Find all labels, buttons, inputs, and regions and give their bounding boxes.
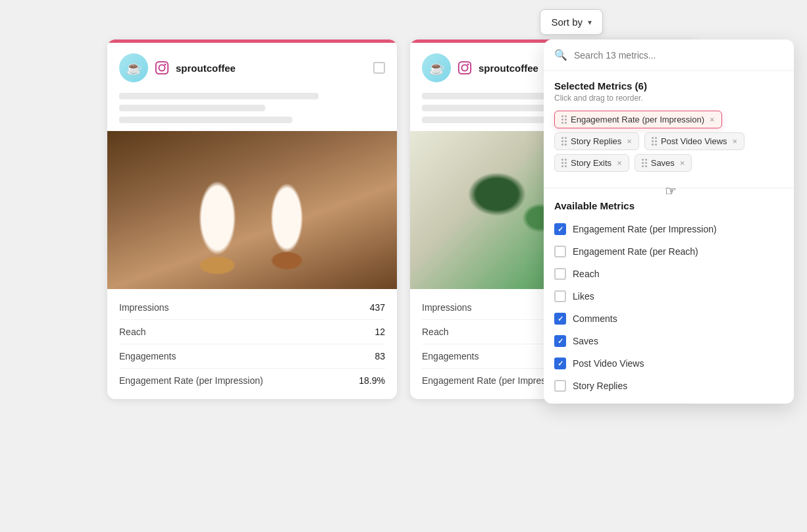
coffee-image: [107, 131, 397, 289]
metric-item-eng-reach[interactable]: Engagement Rate (per Reach): [554, 240, 783, 263]
metric-checkbox[interactable]: [554, 313, 566, 325]
metric-label: Impressions: [119, 302, 169, 313]
metric-label: Engagement Rate (per Impression): [119, 375, 263, 386]
text-line: [119, 105, 265, 111]
metric-checkbox[interactable]: [554, 268, 566, 280]
sort-by-button[interactable]: Sort by ▾: [540, 9, 603, 35]
selected-tag-saves[interactable]: Saves ×: [635, 154, 692, 172]
metric-item-story-replies[interactable]: Story Replies: [554, 375, 783, 397]
metric-item-saves[interactable]: Saves: [554, 330, 783, 352]
card-header-1: ☕ sproutcoffee: [107, 43, 397, 93]
drag-handle-icon: [561, 115, 567, 124]
divider: [544, 188, 794, 188]
metric-item-label: Engagement Rate (per Impression): [573, 224, 717, 234]
card-metrics-1: Impressions 437 Reach 12 Engagements 83 …: [107, 289, 397, 399]
selected-tag-engagement-rate-impression[interactable]: Engagement Rate (per Impression) ×: [554, 111, 722, 128]
avatar-2: ☕: [422, 53, 451, 82]
metric-item-label: Engagement Rate (per Reach): [573, 246, 698, 257]
remove-tag-icon[interactable]: ×: [710, 115, 715, 124]
metric-item-label: Reach: [573, 269, 599, 279]
metric-checkbox[interactable]: [554, 246, 566, 257]
metric-checkbox[interactable]: [554, 290, 566, 302]
tag-label: Post Video Views: [661, 136, 727, 146]
metric-checkbox[interactable]: [554, 223, 566, 235]
post-card-1: ☕ sproutcoffee Impressions 437 Reach: [107, 40, 397, 399]
text-line: [119, 93, 319, 99]
metric-checkbox[interactable]: [554, 358, 566, 369]
text-line: [422, 105, 555, 111]
metric-item-label: Saves: [573, 336, 598, 346]
card-image-1: [107, 131, 397, 289]
drag-handle-icon: [642, 159, 647, 167]
search-row: 🔍: [544, 40, 794, 71]
selected-metrics-subtitle: Click and drag to reorder.: [554, 93, 783, 103]
metric-item-eng-impression[interactable]: Engagement Rate (per Impression): [554, 218, 783, 240]
text-lines-1: [107, 93, 397, 131]
tag-label: Engagement Rate (per Impression): [571, 115, 704, 124]
search-icon: 🔍: [554, 49, 567, 61]
drag-handle-icon: [561, 137, 567, 146]
metric-item-label: Story Replies: [573, 381, 627, 391]
tag-label: Saves: [651, 158, 675, 168]
tags-row-2: Story Replies × Post Video Views ×: [554, 132, 783, 150]
metric-item-comments[interactable]: Comments: [554, 307, 783, 330]
sort-by-label: Sort by: [551, 16, 583, 28]
metric-label: Reach: [422, 327, 448, 337]
metric-item-reach[interactable]: Reach: [554, 263, 783, 285]
metric-item-likes[interactable]: Likes: [554, 285, 783, 307]
svg-rect-3: [459, 62, 471, 74]
chevron-down-icon: ▾: [588, 18, 592, 27]
tags-row-3: Story Exits × Saves ×: [554, 154, 783, 172]
remove-tag-icon[interactable]: ×: [617, 158, 622, 168]
available-metrics-section: Available Metrics Engagement Rate (per I…: [544, 194, 794, 404]
instagram-icon-1: [155, 61, 169, 75]
sort-dropdown-panel: 🔍 Selected Metrics (6) Click and drag to…: [544, 40, 794, 404]
metric-row: Engagement Rate (per Impression) 18.9%: [119, 369, 385, 392]
metric-label: Reach: [119, 327, 145, 337]
remove-tag-icon[interactable]: ×: [680, 158, 685, 168]
metric-item-label: Comments: [573, 313, 617, 324]
selected-metrics-section: Selected Metrics (6) Click and drag to r…: [544, 71, 794, 182]
selected-tag-story-exits[interactable]: Story Exits ×: [554, 154, 629, 172]
svg-point-5: [467, 64, 469, 66]
metric-item-label: Post Video Views: [573, 358, 644, 369]
available-metrics-title: Available Metrics: [554, 200, 783, 211]
metric-label: Impressions: [422, 302, 471, 313]
svg-point-1: [159, 65, 165, 70]
svg-rect-0: [156, 62, 168, 74]
selected-metrics-title: Selected Metrics (6): [554, 80, 783, 92]
metric-value: 18.9%: [359, 375, 385, 386]
metric-value: 83: [375, 351, 385, 361]
svg-point-2: [165, 64, 167, 66]
tag-label: Story Replies: [571, 136, 621, 146]
tag-label: Story Exits: [571, 158, 612, 168]
text-line: [119, 117, 292, 123]
metric-checkbox[interactable]: [554, 380, 566, 392]
metric-label: Engagements: [422, 351, 479, 361]
selected-tag-post-video-views[interactable]: Post Video Views ×: [644, 132, 744, 150]
metric-row: Impressions 437: [119, 296, 385, 320]
metric-item-post-video[interactable]: Post Video Views: [554, 352, 783, 375]
metric-row: Engagements 83: [119, 344, 385, 369]
metric-row: Reach 12: [119, 320, 385, 344]
drag-handle-icon: [652, 137, 657, 146]
tags-row-1: Engagement Rate (per Impression) ×: [554, 111, 783, 128]
metric-label: Engagements: [119, 351, 176, 361]
selected-tag-story-replies[interactable]: Story Replies ×: [554, 132, 639, 150]
metric-value: 437: [370, 302, 385, 313]
search-input[interactable]: [574, 50, 783, 61]
remove-tag-icon[interactable]: ×: [733, 136, 738, 146]
metric-item-label: Likes: [573, 291, 594, 302]
instagram-icon-2: [457, 61, 472, 75]
metric-checkbox[interactable]: [554, 335, 566, 347]
svg-point-4: [461, 65, 467, 70]
drag-handle-icon: [561, 159, 567, 167]
avatar-1: ☕: [119, 53, 148, 82]
metric-value: 12: [375, 327, 385, 337]
account-name-1: sproutcoffee: [176, 63, 367, 74]
card-checkbox-1[interactable]: [373, 62, 385, 74]
remove-tag-icon[interactable]: ×: [627, 136, 632, 146]
